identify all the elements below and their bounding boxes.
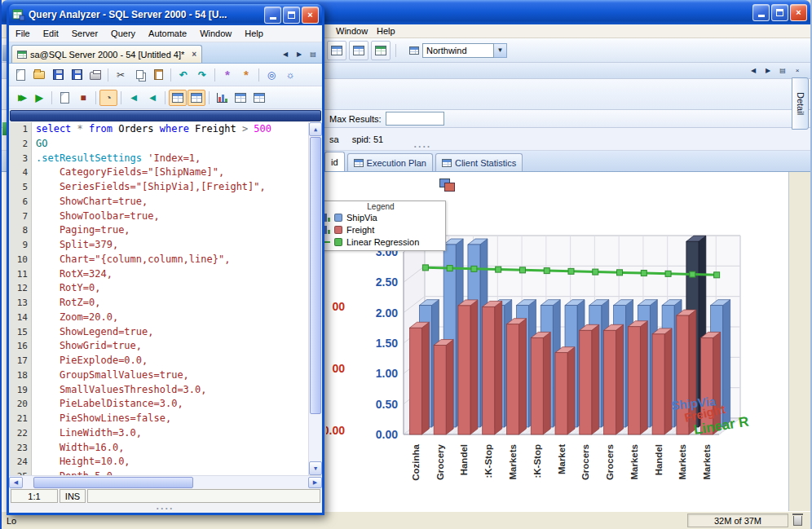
menu-window[interactable]: Window [193,28,238,39]
code-line[interactable]: PieExplode=0.0, [36,354,322,368]
code-line[interactable]: .setResultSettings 'Index=1, [36,152,322,166]
chart-icon[interactable] [213,90,231,106]
code-line[interactable]: RotZ=0, [36,296,322,311]
code-line[interactable]: GO [36,137,322,152]
save-icon[interactable] [49,67,67,83]
redo-icon[interactable]: ↷ [193,67,211,83]
back2-icon[interactable]: ◀ [143,90,161,106]
bg-menu-window[interactable]: Window [329,25,374,37]
code-line[interactable]: Depth=5.0 [36,469,322,475]
save2-icon[interactable] [68,67,86,83]
code-line[interactable]: Paging=true, [36,223,322,238]
bg-minimize-button[interactable] [752,4,770,21]
vertical-scroll-thumb[interactable] [310,137,321,414]
results-tab-client-statistics[interactable]: Client Statistics [435,153,523,171]
window-titlebar[interactable]: Query Analyzer - SQL Server 2000 - 54 [U… [9,4,322,25]
code-line[interactable]: RotX=324, [36,267,322,282]
minimize-button[interactable] [264,7,281,24]
open-icon[interactable] [30,67,48,83]
cut-icon[interactable]: ✂ [112,67,130,83]
copy-icon[interactable] [130,67,148,83]
results-text-icon[interactable] [349,41,368,60]
results-splitter-bar[interactable] [10,110,321,121]
detail-side-tab[interactable]: Detail [792,77,809,130]
results-tab-execution-plan[interactable]: Execution Plan [347,153,433,171]
grid-on-icon[interactable] [169,90,187,106]
play-icon[interactable]: ▶ [30,90,48,106]
sheet-icon[interactable] [250,90,268,106]
code-line[interactable]: CategoryFields="[ShipName]", [36,165,322,180]
bg-menu-help[interactable]: Help [370,25,402,37]
menu-help[interactable]: Help [238,28,270,39]
gear-icon[interactable]: ☼ [281,67,299,83]
scroll-up-icon[interactable]: ▲ [309,122,322,136]
scroll-down-icon[interactable]: ▼ [309,461,322,475]
back-icon[interactable]: ◀ [125,90,143,106]
code-line[interactable]: RotY=0, [36,281,322,296]
wand-icon[interactable]: * [218,67,236,83]
vertical-scrollbar[interactable]: ▲ ▼ [308,122,322,475]
splitter-grip[interactable]: •••• [414,143,432,149]
code-line[interactable]: Zoom=20.0, [36,311,322,325]
sparkle-icon[interactable]: * [237,67,255,83]
code-line[interactable]: Height=10.0, [36,455,322,469]
sql-editor[interactable]: 1234567891011121314151617181920212223242… [9,122,322,475]
code-line[interactable]: SeriesFields="[ShipVia],[Freight]", [36,180,322,195]
print-icon[interactable] [86,67,104,83]
horizontal-scrollbar[interactable]: ◀ ▶ [9,475,322,488]
code-line[interactable]: select * from Orders where Freight > 500 [36,122,322,137]
grid-plus-icon[interactable] [232,90,249,106]
scroll-right-icon[interactable]: ▶ [308,477,322,488]
database-combo-value[interactable]: Northwind [422,43,494,58]
code-line[interactable]: ShowLegend=true, [36,325,322,340]
menu-edit[interactable]: Edit [37,28,65,39]
chevron-down-icon[interactable]: ▼ [494,43,507,58]
tab-scroll-left-icon[interactable]: ◀ [747,64,760,77]
tab-scroll-right-icon[interactable]: ▶ [293,48,306,60]
bg-close-button[interactable]: × [790,4,807,21]
tab-scroll-left-icon[interactable]: ◀ [279,48,292,60]
ff-icon[interactable]: ▶▶ [11,90,29,106]
scope-icon[interactable]: ◎ [263,67,280,83]
max-results-input[interactable] [386,112,444,126]
new-icon[interactable] [11,67,29,83]
paste-icon[interactable] [149,67,167,83]
bg-maximize-button[interactable] [771,4,788,21]
menu-query[interactable]: Query [104,28,142,39]
results-grid-icon[interactable] [327,41,346,60]
grid2-on-icon[interactable] [188,90,205,106]
tab-scroll-right-icon[interactable]: ▶ [761,64,774,77]
window-grip[interactable]: •••• [9,504,322,513]
tab-close-icon[interactable]: × [192,50,196,59]
tab-list-icon[interactable]: ▤ [776,64,789,77]
code-line[interactable]: Split=379, [36,238,322,253]
code-line[interactable]: Chart="{column,column,line}", [36,253,322,267]
code-line[interactable]: LineWidth=3.0, [36,426,322,441]
horizontal-scroll-thumb[interactable] [33,477,193,488]
code-line[interactable]: ShowGrid=true, [36,339,322,354]
undo-icon[interactable]: ↶ [174,67,192,83]
maximize-button[interactable] [283,7,300,24]
trash-icon[interactable] [793,516,802,526]
menu-automate[interactable]: Automate [142,28,193,39]
code-area[interactable]: select * from Orders where Freight > 500… [32,122,322,475]
code-line[interactable]: PieLabelDistance=3.0, [36,397,322,412]
code-line[interactable]: SmallValuesThreshold=3.0, [36,383,322,398]
code-line[interactable]: GroupSmallValues=true, [36,368,322,383]
scroll-left-icon[interactable]: ◀ [9,477,23,488]
close-button[interactable]: × [302,7,319,24]
results-file-icon[interactable] [371,41,391,60]
tab-list-icon[interactable]: ▤ [307,48,320,60]
document-tab[interactable]: sa@SQL Server 2000 - 54 [Untitled 4]* × [11,45,202,63]
menu-file[interactable]: File [9,28,37,39]
database-combo[interactable]: Northwind ▼ [409,43,507,58]
results-tab-id[interactable]: id [324,152,345,171]
menu-server[interactable]: Server [65,28,104,39]
page-play-icon[interactable] [55,90,73,106]
code-line[interactable]: ShowChart=true, [36,195,322,209]
code-line[interactable]: ShowToolbar=true, [36,209,322,224]
chart-properties-icon[interactable] [439,179,454,191]
history-icon[interactable]: ◔ [99,90,117,106]
stop-icon[interactable]: ■ [74,90,92,106]
code-line[interactable]: Width=16.0, [36,441,322,456]
